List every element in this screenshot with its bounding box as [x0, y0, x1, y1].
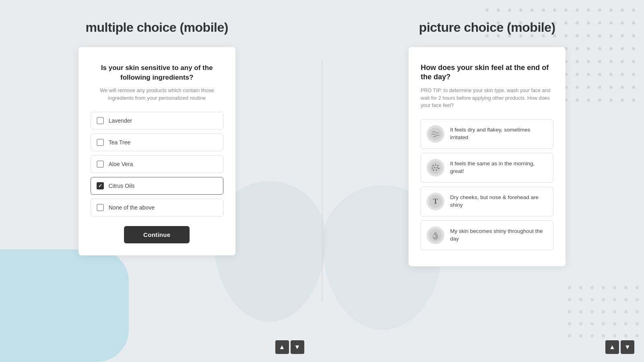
right-nav-down-button[interactable]: ▼ [621, 340, 634, 354]
option-label-aloe-vera: Aloe Vera [109, 161, 133, 167]
multiple-choice-card: Is your skin sensitive to any of the fol… [78, 47, 235, 255]
svg-point-149 [432, 165, 434, 167]
svg-point-150 [435, 164, 436, 166]
checkbox-none [97, 204, 104, 211]
picture-option-label-dry-cheeks: Dry cheeks, but nose & forehead are shin… [450, 194, 547, 209]
right-panel: picture choice (mobile) How does your sk… [330, 0, 644, 362]
svg-point-153 [434, 167, 436, 169]
option-label-citrus-oils: Citrus Oils [109, 183, 135, 189]
picture-icon-same-morning [427, 159, 444, 177]
left-question-subtitle: We will remove any products which contai… [91, 86, 223, 102]
option-label-none: None of the above [109, 204, 155, 211]
checkbox-lavender [97, 117, 104, 124]
left-panel-title: multiple choice (mobile) [86, 20, 228, 35]
option-aloe-vera[interactable]: Aloe Vera [91, 155, 223, 173]
option-label-tea-tree: Tea Tree [109, 139, 130, 146]
checkbox-aloe-vera [97, 160, 104, 168]
svg-point-151 [437, 165, 439, 167]
svg-point-155 [438, 168, 440, 169]
checkbox-tea-tree [97, 139, 104, 146]
svg-text:T: T [433, 197, 438, 206]
checkbox-citrus-oils [97, 182, 104, 189]
picture-option-same-morning[interactable]: It feels the same as in the morning, gre… [421, 153, 553, 183]
svg-point-152 [431, 167, 433, 169]
option-lavender[interactable]: Lavender [91, 112, 223, 130]
right-nav-arrows: ▲ ▼ [605, 340, 634, 354]
option-none[interactable]: None of the above [91, 199, 223, 216]
right-question-subtitle: PRO TIP: to determine your skin type, wa… [421, 87, 553, 109]
right-options-container: It feels dry and flakey, sometimes irrit… [421, 119, 553, 250]
picture-icon-shiny-day [427, 226, 444, 244]
left-nav-down-button[interactable]: ▼ [291, 340, 304, 354]
picture-option-dry-cheeks[interactable]: T Dry cheeks, but nose & forehead are sh… [421, 187, 553, 216]
right-question-title: How does your skin feel at the end of th… [421, 63, 553, 82]
picture-option-label-dry-flakey: It feels dry and flakey, sometimes irrit… [450, 126, 547, 142]
main-container: multiple choice (mobile) Is your skin se… [0, 0, 644, 362]
svg-point-147 [429, 128, 442, 140]
picture-icon-dry-cheeks: T [427, 193, 444, 210]
picture-choice-card: How does your skin feel at the end of th… [409, 47, 566, 266]
left-question-title: Is your skin sensitive to any of the fol… [91, 63, 223, 82]
option-label-lavender: Lavender [109, 117, 132, 124]
left-panel: multiple choice (mobile) Is your skin se… [0, 0, 314, 362]
left-nav-arrows: ▲ ▼ [275, 340, 304, 354]
picture-option-shiny-day[interactable]: My skin becomes shiny throughout the day [421, 220, 553, 250]
left-nav-up-button[interactable]: ▲ [275, 340, 289, 354]
svg-point-154 [436, 167, 438, 169]
picture-option-dry-flakey[interactable]: It feels dry and flakey, sometimes irrit… [421, 119, 553, 149]
svg-point-156 [433, 169, 434, 171]
right-panel-title: picture choice (mobile) [419, 20, 555, 35]
option-tea-tree[interactable]: Tea Tree [91, 134, 223, 151]
picture-icon-dry-flakey [427, 125, 444, 143]
left-options-container: LavenderTea TreeAloe VeraCitrus OilsNone… [91, 112, 223, 216]
option-citrus-oils[interactable]: Citrus Oils [91, 177, 223, 195]
svg-point-157 [436, 169, 437, 171]
picture-option-label-same-morning: It feels the same as in the morning, gre… [450, 160, 547, 175]
right-nav-up-button[interactable]: ▲ [605, 340, 619, 354]
continue-button[interactable]: Continue [124, 226, 190, 243]
picture-option-label-shiny-day: My skin becomes shiny throughout the day [450, 228, 547, 243]
